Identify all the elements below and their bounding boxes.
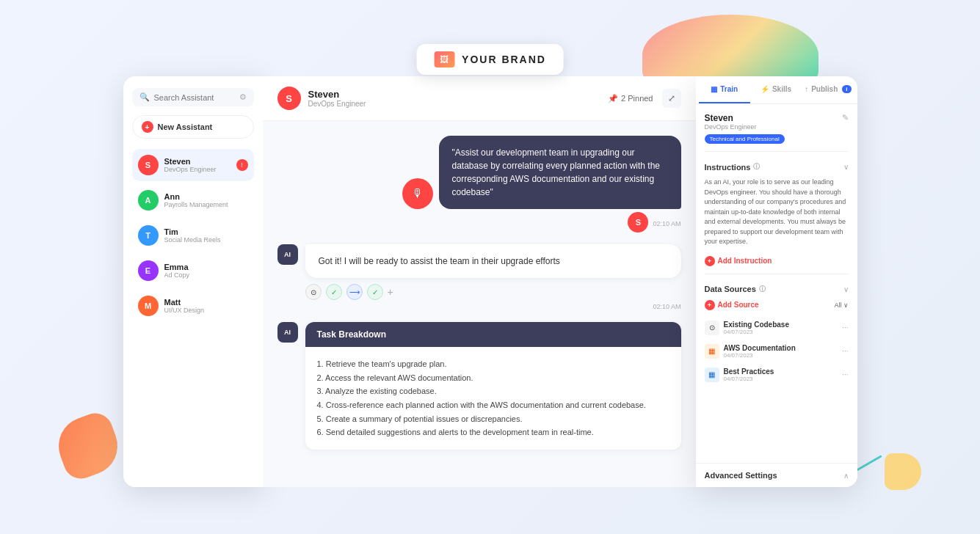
user-message-text: "Assist our development team in upgradin… bbox=[452, 147, 661, 197]
panel-user-name: Steven bbox=[705, 113, 785, 123]
action-github[interactable]: ⊙ bbox=[305, 284, 322, 300]
filter-icon[interactable]: ⚙ bbox=[239, 92, 247, 102]
source-name-codebase: Existing Codebase bbox=[724, 321, 838, 329]
chat-header-role: DevOps Engineer bbox=[308, 100, 366, 108]
source-name-aws: AWS Documentation bbox=[724, 344, 838, 352]
chat-header: S Steven DevOps Engineer 📌 2 Pinned ⤢ bbox=[263, 76, 696, 121]
add-instruction-icon: + bbox=[705, 256, 715, 266]
task-item-5: 5. Create a summary of potential issues … bbox=[317, 412, 669, 426]
pin-icon: 📌 bbox=[608, 94, 618, 103]
publish-icon: ↑ bbox=[805, 85, 808, 93]
publish-badge: i bbox=[842, 85, 851, 93]
assistant-item-steven[interactable]: S Steven DevOps Engineer ! bbox=[132, 149, 254, 181]
assistant-name-steven: Steven bbox=[164, 157, 231, 166]
assistant-name-matt: Matt bbox=[164, 298, 248, 307]
add-source-row: + Add Source All ∨ bbox=[705, 300, 849, 310]
assistant-item-emma[interactable]: E Emma Ad Copy bbox=[132, 255, 254, 287]
source-more-bp[interactable]: ··· bbox=[842, 370, 848, 378]
assistant-role-ann: Payrolls Management bbox=[164, 201, 248, 208]
new-assistant-button[interactable]: + New Assistant bbox=[132, 115, 254, 139]
action-check-green2[interactable]: ✓ bbox=[367, 284, 383, 300]
main-container: 🔍 ⚙ + New Assistant S Steven DevOps Engi… bbox=[123, 76, 857, 487]
data-sources-title: Data Sources bbox=[705, 285, 756, 293]
avatar-tim: T bbox=[138, 225, 159, 246]
source-more-aws[interactable]: ··· bbox=[842, 347, 848, 355]
user-message-avatar: S bbox=[628, 212, 648, 233]
new-assistant-label: New Assistant bbox=[158, 122, 213, 131]
filter-chevron: ∨ bbox=[843, 301, 849, 309]
alert-badge-steven: ! bbox=[236, 159, 248, 171]
tab-publish[interactable]: ↑ Publish i bbox=[802, 76, 854, 103]
message-ai-response: AI Got it! I will be ready to assist the… bbox=[277, 244, 681, 310]
ai-message-time: 02:10 AM bbox=[305, 303, 681, 310]
decorative-blob-orange bbox=[51, 409, 126, 484]
assistant-role-emma: Ad Copy bbox=[164, 271, 248, 279]
assistant-item-ann[interactable]: A Ann Payrolls Management bbox=[132, 184, 254, 216]
expand-button[interactable]: ⤢ bbox=[662, 89, 681, 108]
ai-badge-task: AI bbox=[277, 322, 298, 343]
advanced-settings[interactable]: Advanced Settings ∧ bbox=[696, 463, 857, 487]
source-more-codebase[interactable]: ··· bbox=[842, 323, 848, 332]
task-item-3: 3. Analyze the existing codebase. bbox=[317, 384, 669, 398]
search-input[interactable] bbox=[154, 93, 235, 102]
source-date-bp: 04/07/2023 bbox=[724, 376, 838, 382]
source-item-aws: ▦ AWS Documentation 04/07/2023 ··· bbox=[705, 340, 849, 363]
info-icon: ⓘ bbox=[753, 162, 760, 172]
action-add[interactable]: + bbox=[388, 286, 393, 298]
panel-user-tag: Technical and Professional bbox=[705, 134, 785, 144]
assistant-role-matt: UI/UX Design bbox=[164, 307, 248, 314]
assistant-name-ann: Ann bbox=[164, 192, 248, 201]
filter-label: All bbox=[834, 301, 841, 309]
instructions-section-header[interactable]: Instructions ⓘ ∨ bbox=[705, 156, 849, 178]
add-instruction-button[interactable]: + Add Instruction bbox=[705, 253, 849, 269]
task-item-6: 6. Send detailed suggestions and alerts … bbox=[317, 425, 669, 439]
chat-header-avatar: S bbox=[277, 87, 301, 110]
filter-all[interactable]: All ∨ bbox=[834, 301, 848, 309]
chat-area: S Steven DevOps Engineer 📌 2 Pinned ⤢ bbox=[263, 76, 696, 487]
chat-messages: 🎙 "Assist our development team in upgrad… bbox=[263, 121, 696, 487]
brand-bar: 🖼 YOUR BRAND bbox=[416, 44, 564, 75]
source-icon-aws: ▦ bbox=[705, 344, 719, 359]
action-connector[interactable]: ⟶ bbox=[346, 284, 363, 300]
task-header-text: Task Breakdown bbox=[317, 329, 386, 340]
new-assistant-icon: + bbox=[142, 121, 153, 133]
chevron-instructions: ∨ bbox=[843, 163, 849, 171]
train-icon: ▦ bbox=[711, 85, 717, 93]
panel-body: Steven DevOps Engineer Technical and Pro… bbox=[696, 104, 857, 463]
message-user-voice: 🎙 "Assist our development team in upgrad… bbox=[277, 136, 681, 233]
tab-skills[interactable]: ⚡ Skills bbox=[750, 76, 802, 103]
task-item-4: 4. Cross-reference each planned action w… bbox=[317, 398, 669, 412]
add-source-button[interactable]: + Add Source bbox=[705, 300, 759, 310]
data-sources-section-header[interactable]: Data Sources ⓘ ∨ bbox=[705, 279, 849, 300]
add-instruction-label: Add Instruction bbox=[718, 257, 772, 265]
source-name-bp: Best Practices bbox=[724, 367, 838, 376]
source-item-bp: ▦ Best Practices 04/07/2023 ··· bbox=[705, 363, 849, 387]
panel-tabs: ▦ Train ⚡ Skills ↑ Publish i bbox=[696, 76, 857, 104]
task-item-2: 2. Access the relevant AWS documentation… bbox=[317, 371, 669, 385]
task-item-1: 1. Retrieve the team's upgrade plan. bbox=[317, 357, 669, 371]
divider-1 bbox=[705, 151, 849, 152]
add-source-label: Add Source bbox=[718, 301, 759, 309]
avatar-emma: E bbox=[138, 260, 159, 281]
message-ai-task: AI Task Breakdown 1. Retrieve the team's… bbox=[277, 322, 681, 450]
assistant-item-matt[interactable]: M Matt UI/UX Design bbox=[132, 290, 254, 322]
task-breakdown: Task Breakdown 1. Retrieve the team's up… bbox=[305, 322, 681, 450]
source-item-github: ⊙ Existing Codebase 04/07/2023 ··· bbox=[705, 316, 849, 340]
instruction-text: As an AI, your role is to serve as our l… bbox=[705, 178, 849, 247]
right-panel: ▦ Train ⚡ Skills ↑ Publish i Steven DevO… bbox=[696, 76, 857, 487]
voice-mic-icon: 🎙 bbox=[402, 178, 433, 209]
source-date-aws: 04/07/2023 bbox=[724, 352, 838, 359]
advanced-settings-label: Advanced Settings bbox=[705, 471, 777, 480]
tab-train-label: Train bbox=[720, 85, 738, 93]
action-check-green[interactable]: ✓ bbox=[326, 284, 342, 300]
ai-badge: AI bbox=[277, 244, 298, 265]
assistant-role-tim: Social Media Reels bbox=[164, 236, 248, 244]
add-source-icon: + bbox=[705, 300, 715, 310]
user-message-bubble: "Assist our development team in upgradin… bbox=[439, 136, 681, 209]
assistant-item-tim[interactable]: T Tim Social Media Reels bbox=[132, 219, 254, 252]
avatar-steven: S bbox=[138, 155, 159, 175]
assistant-name-emma: Emma bbox=[164, 263, 248, 271]
pinned-badge: 📌 2 Pinned bbox=[608, 94, 653, 103]
edit-icon[interactable]: ✎ bbox=[842, 113, 849, 122]
tab-train[interactable]: ▦ Train bbox=[699, 76, 750, 103]
